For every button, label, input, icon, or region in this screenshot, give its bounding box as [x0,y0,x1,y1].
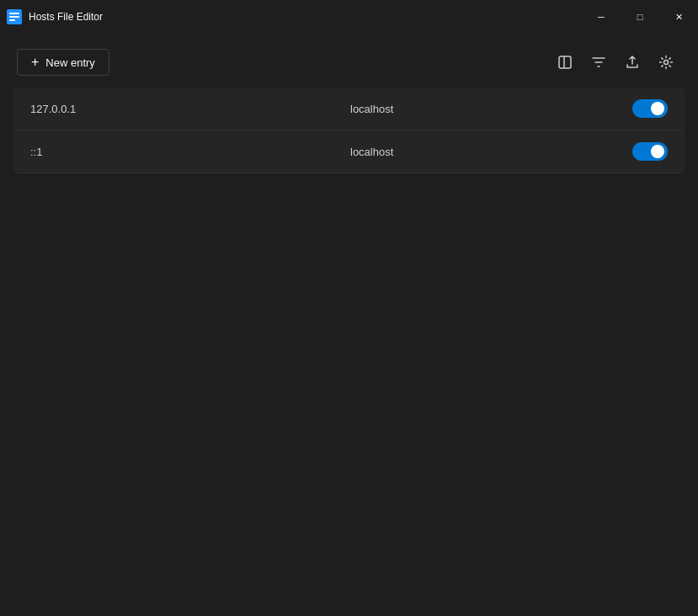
close-button[interactable]: ✕ [659,0,698,34]
svg-rect-4 [559,56,571,68]
export-button[interactable] [617,47,647,77]
minimize-button[interactable]: ─ [582,0,621,34]
export-icon [625,55,640,70]
toggle-container [626,99,668,118]
host-name: localhost [350,146,626,158]
svg-rect-2 [9,16,19,18]
title-bar: Hosts File Editor ─ □ ✕ [0,0,698,34]
title-bar-left: Hosts File Editor [7,9,103,24]
host-ip: 127.0.0.1 [30,103,350,115]
enable-toggle[interactable] [632,99,668,118]
new-entry-label: New entry [45,56,95,69]
toolbar-left: + New entry [17,49,109,76]
app-icon [7,9,22,24]
toolbar: + New entry [0,34,698,88]
app-title: Hosts File Editor [29,11,103,23]
enable-toggle[interactable] [632,142,668,161]
host-name: localhost [350,103,626,115]
toggle-container [626,142,668,161]
toggle-slider [632,142,668,161]
filter-button[interactable] [583,47,614,77]
settings-icon [658,55,674,70]
svg-rect-3 [9,19,15,21]
svg-rect-1 [9,13,19,14]
filter-icon [591,55,606,70]
toolbar-right [550,47,681,77]
table-row[interactable]: ::1localhost [13,130,685,173]
svg-point-6 [664,61,669,65]
maximize-button[interactable]: □ [621,0,659,34]
title-bar-controls: ─ □ ✕ [582,0,698,34]
hosts-list: 127.0.0.1localhost::1localhost [13,88,685,173]
plus-icon: + [31,56,39,69]
panel-icon [557,55,573,70]
table-row[interactable]: 127.0.0.1localhost [13,88,685,130]
toggle-slider [632,99,668,118]
panel-button[interactable] [550,47,580,77]
new-entry-button[interactable]: + New entry [17,49,109,76]
settings-button[interactable] [651,47,681,77]
host-ip: ::1 [30,146,350,158]
